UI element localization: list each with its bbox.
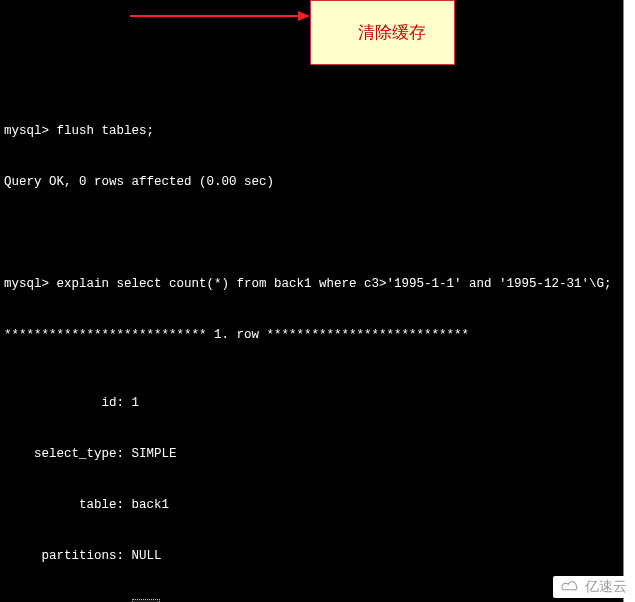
plan1-partitions: NULL [132,549,162,563]
field-label: table: [4,497,124,514]
annotation-tooltip: 清除缓存 [310,0,455,65]
field-label: select_type: [4,446,124,463]
field-label: partitions: [4,548,124,565]
plan1-table: back1 [132,498,170,512]
plan1-select-type: SIMPLE [132,447,177,461]
result-flush: Query OK, 0 rows affected (0.00 sec) [4,174,621,191]
svg-marker-1 [298,11,310,21]
annotation-label: 清除缓存 [358,23,426,42]
prompt: mysql> [4,124,49,138]
plan1-id: 1 [132,396,140,410]
field-label: id: [4,395,124,412]
cloud-icon [559,580,581,594]
prompt: mysql> [4,277,49,291]
terminal-output[interactable]: 清除缓存 mysql> flush tables; Query OK, 0 ro… [0,0,624,602]
cmd-explain1: explain select count(*) from back1 where… [57,277,612,291]
cmd-flush: flush tables; [57,124,155,138]
watermark: 亿速云 [553,576,633,598]
row-header: *************************** 1. row *****… [4,327,621,344]
watermark-text: 亿速云 [585,578,627,596]
arrow-annotation-icon [130,9,310,23]
